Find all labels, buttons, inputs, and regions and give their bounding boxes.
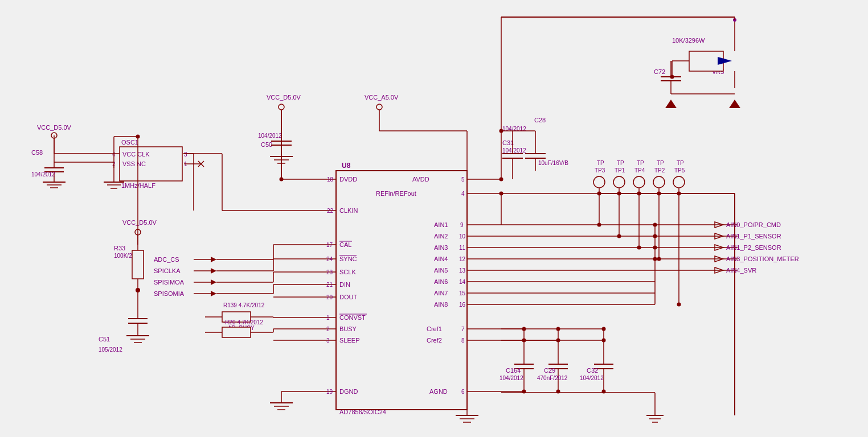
svg-text:4: 4 xyxy=(461,191,465,197)
svg-text:AIN4: AIN4 xyxy=(434,255,448,262)
svg-text:SLEEP: SLEEP xyxy=(339,337,359,344)
svg-point-241 xyxy=(556,390,560,394)
svg-text:AIN2: AIN2 xyxy=(434,233,448,240)
svg-text:CAL: CAL xyxy=(339,241,351,248)
svg-point-285 xyxy=(499,192,503,196)
svg-text:AD7856/SOIC24: AD7856/SOIC24 xyxy=(339,409,386,415)
svg-text:AIN3_POSITION_METER: AIN3_POSITION_METER xyxy=(726,255,799,262)
svg-text:AIN3: AIN3 xyxy=(434,244,448,251)
svg-text:C32: C32 xyxy=(587,367,598,374)
svg-point-312 xyxy=(657,192,661,196)
svg-text:Cref1: Cref1 xyxy=(427,325,442,332)
svg-point-281 xyxy=(499,178,503,182)
svg-point-292 xyxy=(613,176,625,188)
svg-text:Cref2: Cref2 xyxy=(427,337,442,344)
svg-text:3: 3 xyxy=(326,337,330,344)
svg-text:18: 18 xyxy=(327,176,334,183)
svg-point-316 xyxy=(637,246,641,250)
svg-text:BUSY: BUSY xyxy=(339,325,357,332)
svg-point-302 xyxy=(657,257,661,261)
svg-text:TP2: TP2 xyxy=(654,167,665,174)
svg-text:6: 6 xyxy=(461,389,465,395)
svg-text:CONVST: CONVST xyxy=(339,314,366,321)
svg-point-242 xyxy=(602,390,606,394)
svg-text:AIN0_PO/PR_CMD: AIN0_PO/PR_CMD xyxy=(726,221,781,228)
svg-text:C51: C51 xyxy=(99,336,110,343)
svg-text:21: 21 xyxy=(326,282,333,288)
svg-text:SCLK: SCLK xyxy=(339,269,356,275)
svg-text:DOUT: DOUT xyxy=(339,294,357,300)
svg-point-334 xyxy=(522,339,526,343)
svg-text:104/2012: 104/2012 xyxy=(502,147,526,154)
svg-text:1MHz/HALF: 1MHz/HALF xyxy=(121,182,155,189)
svg-text:DGND: DGND xyxy=(339,388,358,395)
svg-text:SYNC: SYNC xyxy=(339,255,357,262)
svg-text:C72: C72 xyxy=(654,68,665,75)
svg-text:TP: TP xyxy=(597,160,604,166)
svg-point-283 xyxy=(499,129,503,133)
svg-text:C50: C50 xyxy=(261,141,272,148)
svg-text:DIN: DIN xyxy=(339,281,350,288)
svg-text:14: 14 xyxy=(459,279,466,285)
svg-text:105/2012: 105/2012 xyxy=(99,347,122,353)
svg-text:104/2012: 104/2012 xyxy=(258,133,282,139)
svg-text:20: 20 xyxy=(326,294,333,300)
svg-text:24: 24 xyxy=(326,256,333,262)
svg-text:U8: U8 xyxy=(342,162,351,170)
svg-text:11: 11 xyxy=(459,245,466,251)
svg-text:AIN1_P1_SENSOR: AIN1_P1_SENSOR xyxy=(726,233,781,240)
svg-text:104/2012: 104/2012 xyxy=(31,171,55,178)
svg-text:AIN1: AIN1 xyxy=(434,221,448,228)
svg-text:17: 17 xyxy=(326,242,333,248)
svg-text:VCC_A5.0V: VCC_A5.0V xyxy=(365,94,399,101)
svg-text:10K/3296W: 10K/3296W xyxy=(672,37,705,44)
svg-text:AIN8: AIN8 xyxy=(434,301,448,308)
svg-point-296 xyxy=(633,176,645,188)
svg-text:VCC CLK: VCC CLK xyxy=(122,151,150,158)
svg-text:2: 2 xyxy=(326,326,330,332)
svg-text:9: 9 xyxy=(460,222,464,228)
svg-text:C31: C31 xyxy=(502,139,514,146)
svg-text:TP: TP xyxy=(617,160,624,166)
svg-point-328 xyxy=(280,178,284,182)
svg-text:104/2012: 104/2012 xyxy=(580,375,604,381)
svg-point-311 xyxy=(637,192,641,196)
svg-text:SPICLKA: SPICLKA xyxy=(154,267,181,274)
svg-point-288 xyxy=(593,176,605,188)
svg-text:TP5: TP5 xyxy=(674,167,685,174)
svg-text:AIN4_SVR: AIN4_SVR xyxy=(726,267,756,274)
svg-text:C29: C29 xyxy=(544,367,555,374)
svg-text:VCC_D5.0V: VCC_D5.0V xyxy=(267,94,301,101)
svg-rect-61 xyxy=(222,327,251,337)
svg-text:1: 1 xyxy=(326,315,330,321)
svg-text:VCC_D5.0V: VCC_D5.0V xyxy=(122,219,157,226)
svg-text:104/2012: 104/2012 xyxy=(499,375,523,381)
svg-text:OSC1: OSC1 xyxy=(121,139,138,146)
svg-text:SPISIMOA: SPISIMOA xyxy=(154,279,185,286)
svg-text:TP4: TP4 xyxy=(634,167,645,174)
svg-text:TP3: TP3 xyxy=(595,167,605,174)
svg-point-331 xyxy=(522,327,526,331)
svg-text:C164: C164 xyxy=(506,367,521,374)
svg-text:AVDD: AVDD xyxy=(412,176,429,183)
svg-text:23: 23 xyxy=(326,269,333,275)
svg-text:AGND: AGND xyxy=(429,388,448,395)
svg-text:SPISOMIA: SPISOMIA xyxy=(154,290,185,297)
svg-text:3: 3 xyxy=(184,151,187,158)
svg-point-305 xyxy=(673,176,685,188)
svg-text:10uF/16V/B: 10uF/16V/B xyxy=(538,160,568,166)
svg-text:7: 7 xyxy=(461,326,465,332)
svg-text:470nF/2012: 470nF/2012 xyxy=(537,375,568,381)
svg-point-313 xyxy=(677,192,681,196)
svg-text:C58: C58 xyxy=(31,149,43,156)
svg-text:VSS  NC: VSS NC xyxy=(122,160,146,167)
svg-text:TP1: TP1 xyxy=(615,167,625,174)
svg-text:TP: TP xyxy=(637,160,644,166)
svg-text:19: 19 xyxy=(326,389,333,395)
svg-text:15: 15 xyxy=(459,290,466,296)
svg-rect-30 xyxy=(132,250,144,279)
svg-text:R33: R33 xyxy=(114,245,125,252)
svg-text:AIN6: AIN6 xyxy=(434,278,448,285)
svg-text:AIN1_P2_SENSOR: AIN1_P2_SENSOR xyxy=(726,244,781,251)
svg-text:REFin/REFout: REFin/REFout xyxy=(376,190,416,197)
